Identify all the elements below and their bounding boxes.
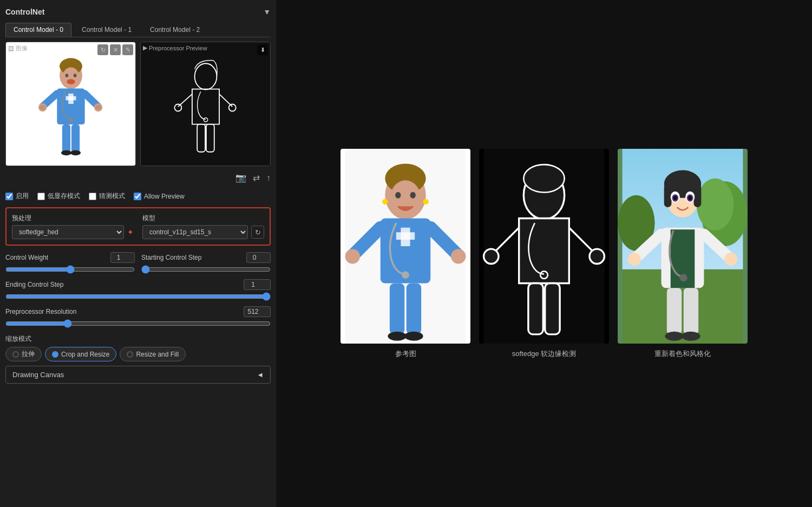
image-upload-row: 🖼 图像 ↻ ✕ ✎ bbox=[5, 42, 271, 166]
svg-rect-69 bbox=[694, 184, 702, 207]
camera-btn[interactable]: 📷 bbox=[235, 173, 246, 183]
svg-point-46 bbox=[402, 271, 409, 279]
preprocessor-res-value[interactable] bbox=[244, 306, 271, 317]
panel-collapse-arrow[interactable]: ▼ bbox=[263, 8, 271, 16]
starting-step-range[interactable] bbox=[141, 265, 271, 274]
low-vram-checkbox[interactable]: 低显存模式 bbox=[37, 192, 80, 201]
preprocessor-select[interactable]: softedge_hed bbox=[12, 225, 124, 239]
svg-rect-37 bbox=[396, 232, 415, 240]
svg-rect-43 bbox=[407, 283, 421, 334]
preprocessor-res-range[interactable] bbox=[5, 319, 271, 328]
svg-rect-8 bbox=[66, 96, 76, 101]
image-icon: 🖼 bbox=[8, 45, 14, 52]
source-image-content bbox=[6, 42, 135, 166]
tab-model-2[interactable]: Control Model - 2 bbox=[142, 23, 208, 37]
model-select[interactable]: control_v11p_sd15_s bbox=[142, 225, 248, 239]
svg-rect-80 bbox=[667, 288, 682, 334]
preview-image-controls: ⬇ bbox=[257, 44, 268, 55]
result-images-display: 参考图 bbox=[340, 149, 748, 359]
ending-step-header: Ending Control Step bbox=[5, 279, 271, 290]
left-panel: ControlNet ▼ Control Model - 0 Control M… bbox=[0, 0, 276, 507]
svg-point-79 bbox=[724, 253, 737, 266]
svg-point-63 bbox=[697, 178, 734, 230]
close-image-btn[interactable]: ✕ bbox=[110, 44, 121, 55]
preprocessor-res-header: Preprocessor Resolution bbox=[5, 306, 271, 317]
edit-image-btn[interactable]: ✎ bbox=[122, 44, 133, 55]
swap-btn[interactable]: ⇄ bbox=[253, 173, 260, 183]
preprocessor-res-label: Preprocessor Resolution bbox=[5, 308, 76, 315]
refresh-model-btn[interactable]: ↻ bbox=[251, 226, 264, 239]
allow-preview-checkbox[interactable]: Allow Preview bbox=[134, 193, 185, 200]
source-image-box[interactable]: 🖼 图像 ↻ ✕ ✎ bbox=[5, 42, 136, 166]
options-checkboxes: 启用 低显存模式 猜测模式 Allow Preview bbox=[5, 189, 271, 203]
starting-step-label: Starting Control Step bbox=[141, 254, 201, 261]
control-weight-slider: Control Weight bbox=[5, 252, 135, 274]
svg-point-18 bbox=[70, 150, 81, 156]
scale-crop-resize-btn[interactable]: Crop and Resize bbox=[45, 347, 116, 361]
svg-rect-56 bbox=[528, 283, 543, 334]
svg-point-84 bbox=[680, 274, 687, 281]
scale-stretch-btn[interactable]: 拉伸 bbox=[5, 347, 42, 361]
model-selection-area: 预处理 softedge_hed ✦ 模型 control_v11p_sd15_… bbox=[5, 207, 271, 246]
preprocessor-label: 预处理 bbox=[12, 214, 134, 223]
preprocessor-select-row: softedge_hed ✦ bbox=[12, 225, 134, 239]
stretch-label: 拉伸 bbox=[22, 350, 35, 359]
scale-mode-buttons: 拉伸 Crop and Resize Resize and Fill bbox=[5, 347, 271, 361]
dual-slider-row: Control Weight Starting Control Step bbox=[5, 252, 271, 274]
drawing-canvas-label: Drawing Canvas bbox=[12, 371, 64, 379]
svg-point-44 bbox=[388, 331, 406, 340]
svg-point-51 bbox=[523, 164, 564, 192]
edge-image-container: softedge 软边缘检测 bbox=[479, 149, 609, 359]
action-buttons-row: 📷 ⇄ ↑ bbox=[5, 170, 271, 185]
right-panel: 参考图 bbox=[276, 0, 812, 507]
starting-step-header: Starting Control Step bbox=[141, 252, 271, 263]
star-icon: ✦ bbox=[127, 228, 134, 236]
scale-mode-section: 缩放模式 拉伸 Crop and Resize Resize and Fill bbox=[5, 334, 271, 361]
starting-step-slider: Starting Control Step bbox=[141, 252, 271, 274]
svg-point-78 bbox=[628, 253, 641, 266]
resize-fill-label: Resize and Fill bbox=[136, 351, 179, 358]
svg-point-47 bbox=[382, 199, 388, 204]
svg-rect-68 bbox=[664, 184, 672, 207]
ending-step-value[interactable] bbox=[244, 279, 271, 290]
tabs-row: Control Model - 0 Control Model - 1 Cont… bbox=[5, 23, 271, 37]
reference-image-container: 参考图 bbox=[340, 149, 470, 359]
guess-mode-checkbox[interactable]: 猜测模式 bbox=[89, 192, 125, 201]
control-weight-value[interactable] bbox=[110, 252, 135, 263]
refresh-image-btn[interactable]: ↻ bbox=[97, 44, 108, 55]
drawing-canvas-row[interactable]: Drawing Canvas ◄ bbox=[5, 366, 271, 384]
model-selection-row: 预处理 softedge_hed ✦ 模型 control_v11p_sd15_… bbox=[12, 214, 264, 239]
ending-step-slider: Ending Control Step bbox=[5, 279, 271, 301]
source-image-controls: ↻ ✕ ✎ bbox=[97, 44, 133, 55]
svg-point-19 bbox=[69, 118, 73, 122]
svg-point-83 bbox=[682, 331, 700, 340]
svg-point-54 bbox=[484, 249, 499, 264]
crop-resize-label: Crop and Resize bbox=[61, 351, 109, 358]
control-weight-range[interactable] bbox=[5, 265, 135, 274]
ending-step-range[interactable] bbox=[5, 292, 271, 301]
svg-point-74 bbox=[673, 195, 677, 200]
up-btn[interactable]: ↑ bbox=[266, 173, 271, 183]
anime-nurse-svg bbox=[618, 149, 748, 344]
preview-image-label: ▶ Preprocessor Preview bbox=[143, 44, 207, 51]
starting-step-value[interactable] bbox=[246, 252, 271, 263]
preview-icon: ▶ bbox=[143, 44, 147, 51]
svg-rect-16 bbox=[71, 124, 79, 153]
ending-step-label: Ending Control Step bbox=[5, 281, 63, 288]
preprocessor-res-slider: Preprocessor Resolution bbox=[5, 306, 271, 328]
stretch-radio bbox=[12, 351, 19, 358]
svg-point-40 bbox=[345, 249, 360, 264]
reference-image-label: 参考图 bbox=[395, 349, 416, 359]
svg-rect-42 bbox=[390, 283, 404, 334]
scale-mode-label: 缩放模式 bbox=[5, 334, 271, 344]
svg-point-3 bbox=[67, 79, 75, 84]
svg-point-5 bbox=[73, 74, 76, 77]
tab-model-0[interactable]: Control Model - 0 bbox=[5, 23, 71, 37]
crop-resize-radio bbox=[52, 351, 58, 358]
svg-point-14 bbox=[95, 105, 101, 110]
scale-resize-fill-btn[interactable]: Resize and Fill bbox=[120, 347, 186, 361]
enable-checkbox[interactable]: 启用 bbox=[5, 192, 29, 201]
svg-point-41 bbox=[451, 249, 466, 264]
download-preview-btn[interactable]: ⬇ bbox=[257, 44, 268, 55]
tab-model-1[interactable]: Control Model - 1 bbox=[74, 23, 140, 37]
